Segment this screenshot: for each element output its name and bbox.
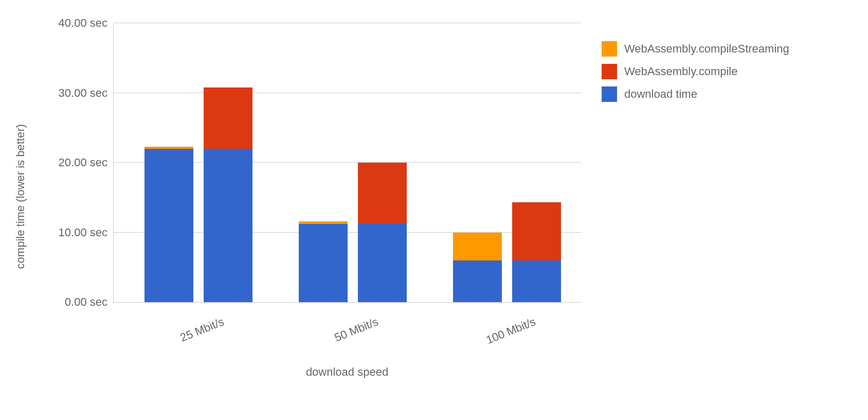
- legend-item: WebAssembly.compileStreaming: [602, 41, 833, 57]
- bar-segment: [299, 224, 348, 302]
- stacked-bar: [358, 163, 407, 302]
- y-tick-label: 30.00 sec: [59, 86, 114, 100]
- x-tick-label: 100 Mbit/s: [484, 315, 538, 347]
- bars-layer: [114, 24, 581, 302]
- x-axis-label: download speed: [113, 365, 581, 379]
- stacked-bar: [204, 87, 252, 302]
- legend-swatch: [602, 86, 617, 102]
- bar-segment: [453, 260, 502, 302]
- legend-item: download time: [602, 86, 833, 102]
- stacked-bar: [512, 202, 561, 302]
- stacked-bar: [299, 221, 348, 302]
- legend-swatch: [602, 41, 617, 57]
- chart-container: compile time (lower is better) 0.00 sec1…: [26, 5, 848, 407]
- y-tick-label: 20.00 sec: [59, 156, 114, 169]
- y-axis-label: compile time (lower is better): [14, 124, 27, 269]
- x-tick-label: 50 Mbit/s: [333, 315, 381, 345]
- stacked-bar: [144, 147, 193, 302]
- bar-segment: [512, 260, 561, 302]
- bar-segment: [512, 202, 561, 260]
- plot-area: 0.00 sec10.00 sec20.00 sec30.00 sec40.00…: [113, 24, 581, 303]
- bar-segment: [358, 163, 407, 224]
- y-tick-label: 10.00 sec: [59, 226, 114, 239]
- bar-segment: [358, 224, 407, 302]
- x-tick-label: 25 Mbit/s: [178, 315, 226, 345]
- legend-label: WebAssembly.compile: [624, 65, 737, 78]
- bar-segment: [453, 233, 502, 260]
- bar-group: [299, 24, 407, 302]
- legend-label: WebAssembly.compileStreaming: [624, 42, 789, 56]
- grid-line: [114, 23, 581, 23]
- stacked-bar: [453, 233, 502, 302]
- legend-swatch: [602, 64, 617, 79]
- legend: WebAssembly.compileStreamingWebAssembly.…: [602, 41, 833, 109]
- x-axis-ticks: 25 Mbit/s50 Mbit/s100 Mbit/s: [113, 303, 581, 344]
- legend-label: download time: [624, 87, 697, 101]
- bar-segment: [204, 87, 252, 149]
- bar-segment: [204, 149, 252, 302]
- bar-segment: [144, 149, 193, 302]
- y-tick-label: 0.00 sec: [65, 295, 114, 309]
- legend-item: WebAssembly.compile: [602, 64, 833, 79]
- bar-group: [144, 24, 252, 302]
- bar-group: [453, 24, 561, 302]
- y-tick-label: 40.00 sec: [59, 16, 114, 30]
